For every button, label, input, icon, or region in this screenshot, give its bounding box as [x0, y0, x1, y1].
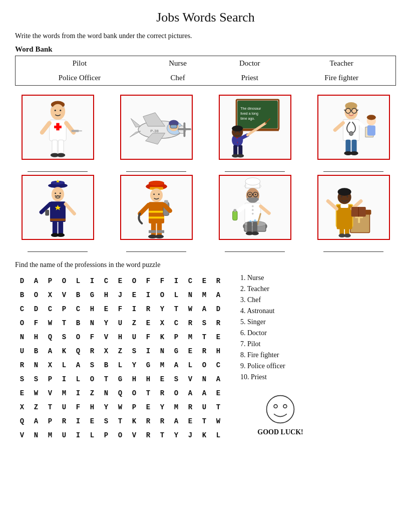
svg-rect-13 — [71, 130, 79, 132]
grid-cell: F — [141, 330, 155, 344]
grid-cell: L — [183, 358, 197, 372]
grid-cell: A — [183, 386, 197, 400]
grid-cell: W — [113, 400, 127, 414]
word-list-item: 8. Fire fighter — [240, 351, 320, 359]
svg-rect-131 — [233, 209, 236, 212]
grid-cell: I — [141, 288, 155, 302]
grid-cell: H — [85, 302, 99, 316]
svg-marker-24 — [130, 131, 140, 137]
svg-point-123 — [251, 213, 253, 215]
grid-cell: Z — [113, 344, 127, 358]
svg-rect-132 — [247, 221, 251, 232]
picture-item-firefighter — [114, 175, 199, 252]
svg-text:lived a long: lived a long — [240, 112, 258, 116]
svg-point-65 — [366, 115, 375, 120]
word-bank-cell: Pilot — [16, 56, 144, 71]
grid-cell: I — [71, 386, 85, 400]
grid-cell: T — [43, 400, 57, 414]
svg-point-41 — [234, 131, 236, 133]
svg-rect-68 — [351, 140, 356, 153]
svg-point-94 — [158, 193, 159, 195]
picture-box-pilot: P-38 — [120, 95, 193, 160]
grid-cell: L — [113, 358, 127, 372]
svg-point-146 — [346, 196, 348, 197]
grid-cell: Y — [155, 400, 169, 414]
svg-point-77 — [59, 192, 61, 194]
svg-rect-28 — [170, 125, 177, 128]
svg-point-118 — [249, 194, 250, 195]
grid-cell: N — [15, 330, 29, 344]
grid-cell: W — [43, 316, 57, 330]
svg-rect-130 — [232, 211, 237, 220]
grid-cell: V — [15, 428, 29, 442]
grid-cell: N — [85, 316, 99, 330]
word-search-grid: DAPOLICEOFFICERBOXVBGHJEIOLNMACDCPCHEFIR… — [15, 274, 225, 442]
svg-point-90 — [148, 181, 164, 186]
right-section: 1. Nurse2. Teacher3. Chef4. Astronaut5. … — [240, 274, 320, 436]
grid-cell: T — [197, 330, 211, 344]
grid-cell: O — [197, 358, 211, 372]
grid-cell: G — [85, 288, 99, 302]
answer-line-chef — [225, 244, 285, 252]
grid-cell: T — [155, 428, 169, 442]
svg-rect-95 — [148, 202, 164, 223]
grid-cell: Q — [43, 330, 57, 344]
svg-rect-15 — [52, 140, 57, 154]
grid-cell: F — [155, 274, 169, 288]
grid-cell: P — [99, 428, 113, 442]
grid-cell: F — [29, 316, 43, 330]
grid-cell: P — [43, 414, 57, 428]
grid-cell: I — [57, 372, 71, 386]
svg-point-40 — [232, 125, 243, 131]
answer-line-doctor — [323, 164, 383, 172]
grid-cell: R — [155, 386, 169, 400]
grid-cell: A — [29, 414, 43, 428]
svg-point-107 — [155, 234, 163, 238]
grid-cell: B — [99, 358, 113, 372]
svg-line-82 — [66, 204, 74, 213]
svg-text:time ago.: time ago. — [240, 117, 255, 121]
svg-point-50 — [237, 154, 244, 157]
svg-rect-102 — [151, 222, 156, 236]
svg-point-76 — [55, 192, 56, 194]
grid-cell: Y — [155, 302, 169, 316]
svg-rect-30 — [177, 128, 191, 130]
grid-cell: O — [127, 386, 141, 400]
grid-cell: Z — [85, 386, 99, 400]
grid-cell: O — [57, 274, 71, 288]
grid-cell: O — [85, 372, 99, 386]
grid-cell: P — [43, 274, 57, 288]
grid-cell: U — [57, 400, 71, 414]
word-bank-cell: Priest — [212, 71, 287, 86]
grid-cell: R — [183, 400, 197, 414]
svg-point-157 — [283, 405, 287, 408]
picture-item-nurse — [15, 95, 100, 172]
pictures-row-2 — [15, 175, 396, 252]
grid-cell: M — [43, 428, 57, 442]
grid-cell: E — [141, 400, 155, 414]
grid-cell: E — [211, 330, 225, 344]
svg-rect-104 — [148, 230, 156, 233]
grid-cell: K — [57, 344, 71, 358]
svg-rect-103 — [157, 222, 162, 236]
grid-cell: T — [57, 316, 71, 330]
grid-cell: A — [197, 302, 211, 316]
grid-cell: M — [57, 386, 71, 400]
grid-cell: Y — [127, 358, 141, 372]
grid-cell: N — [155, 344, 169, 358]
svg-marker-23 — [131, 118, 140, 127]
picture-box-firefighter — [120, 175, 193, 240]
grid-cell: F — [71, 400, 85, 414]
grid-cell: O — [29, 288, 43, 302]
grid-cell: E — [113, 274, 127, 288]
svg-point-122 — [251, 209, 253, 211]
grid-cell: D — [211, 302, 225, 316]
svg-rect-133 — [252, 221, 257, 232]
grid-cell: T — [211, 400, 225, 414]
word-bank-cell: Nurse — [144, 56, 212, 71]
grid-cell: O — [15, 316, 29, 330]
answer-line-priest — [323, 244, 383, 252]
svg-point-114 — [253, 197, 258, 201]
grid-cell: D — [29, 302, 43, 316]
grid-cell: G — [141, 358, 155, 372]
